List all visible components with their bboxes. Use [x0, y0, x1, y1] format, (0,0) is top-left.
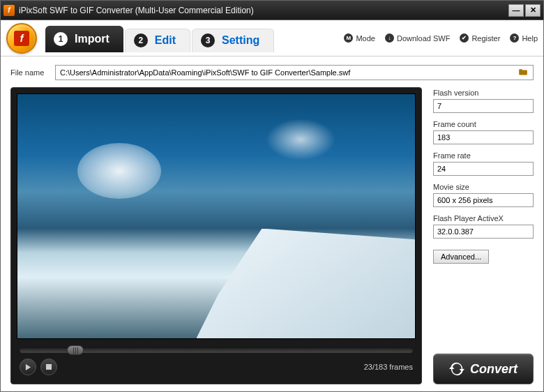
- download-label: Download SWF: [397, 34, 450, 43]
- tab-edit[interactable]: 2 Edit: [125, 29, 190, 52]
- download-icon: ↓: [385, 33, 394, 43]
- movie-size-label: Movie size: [433, 183, 534, 191]
- file-name-label: File name: [10, 68, 50, 77]
- activex-label: Flash Player ActiveX: [433, 214, 534, 223]
- video-preview: [17, 93, 416, 339]
- flash-version-value: 7: [433, 99, 534, 113]
- convert-icon: [449, 361, 464, 377]
- frame-count-value: 183: [433, 130, 534, 144]
- file-path-input[interactable]: C:\Users\Administrator\AppData\Roaming\i…: [55, 65, 534, 80]
- tab-setting-label: Setting: [222, 34, 259, 47]
- convert-button[interactable]: Convert: [433, 354, 534, 384]
- mode-button[interactable]: MMode: [344, 33, 375, 43]
- svg-rect-0: [46, 364, 52, 370]
- header: f 1 Import 2 Edit 3 Setting MMode ↓Downl…: [1, 20, 543, 56]
- frame-rate-label: Frame rate: [433, 151, 534, 160]
- file-row: File name C:\Users\Administrator\AppData…: [10, 65, 534, 80]
- register-label: Register: [471, 34, 500, 43]
- mode-icon: M: [344, 33, 353, 43]
- tab-edit-label: Edit: [155, 34, 176, 47]
- file-path-text: C:\Users\Administrator\AppData\Roaming\i…: [60, 68, 350, 77]
- titlebar: f iPixSoft SWF to GIF Converter (Multi-U…: [1, 1, 543, 20]
- app-logo-icon: f: [6, 23, 37, 54]
- app-small-icon: f: [3, 5, 15, 16]
- tab-setting[interactable]: 3 Setting: [192, 29, 274, 52]
- stop-button[interactable]: [40, 359, 57, 375]
- tab-import-num: 1: [54, 32, 68, 46]
- frame-rate-value: 24: [433, 162, 534, 176]
- register-icon: ✔: [460, 33, 469, 43]
- convert-label: Convert: [470, 362, 517, 377]
- seek-slider[interactable]: [20, 347, 413, 353]
- tab-import[interactable]: 1 Import: [45, 26, 123, 52]
- frame-count-label: Frame count: [433, 120, 534, 128]
- browse-folder-icon[interactable]: [517, 68, 529, 77]
- tab-setting-num: 3: [201, 33, 215, 47]
- activex-value: 32.0.0.387: [433, 225, 534, 239]
- advanced-button[interactable]: Advanced...: [433, 250, 489, 264]
- help-label: Help: [522, 34, 538, 43]
- preview-frame: 23/183 frames: [10, 87, 422, 384]
- register-button[interactable]: ✔Register: [460, 33, 500, 43]
- help-button[interactable]: ?Help: [510, 33, 538, 43]
- content: File name C:\Users\Administrator\AppData…: [1, 56, 543, 392]
- download-swf-button[interactable]: ↓Download SWF: [385, 33, 450, 43]
- seek-slider-thumb[interactable]: [67, 345, 84, 355]
- tabs: 1 Import 2 Edit 3 Setting: [45, 24, 274, 52]
- tab-import-label: Import: [75, 33, 109, 45]
- player-controls: 23/183 frames: [17, 359, 416, 378]
- play-button[interactable]: [20, 359, 36, 375]
- main-area: 23/183 frames Flash version 7 Frame coun…: [10, 87, 534, 384]
- preview-area: 23/183 frames: [10, 87, 422, 384]
- toolbar: MMode ↓Download SWF ✔Register ?Help: [344, 33, 538, 43]
- flash-version-label: Flash version: [433, 89, 534, 97]
- mode-label: Mode: [356, 34, 375, 43]
- minimize-button[interactable]: —: [508, 4, 524, 17]
- movie-size-value: 600 x 256 pixels: [433, 193, 534, 207]
- tab-edit-num: 2: [134, 33, 148, 47]
- window-title: iPixSoft SWF to GIF Converter (Multi-Use…: [19, 6, 507, 15]
- info-panel: Flash version 7 Frame count 183 Frame ra…: [433, 87, 534, 384]
- frame-counter: 23/183 frames: [364, 363, 413, 371]
- help-icon: ?: [510, 33, 519, 43]
- close-button[interactable]: ✕: [525, 4, 541, 17]
